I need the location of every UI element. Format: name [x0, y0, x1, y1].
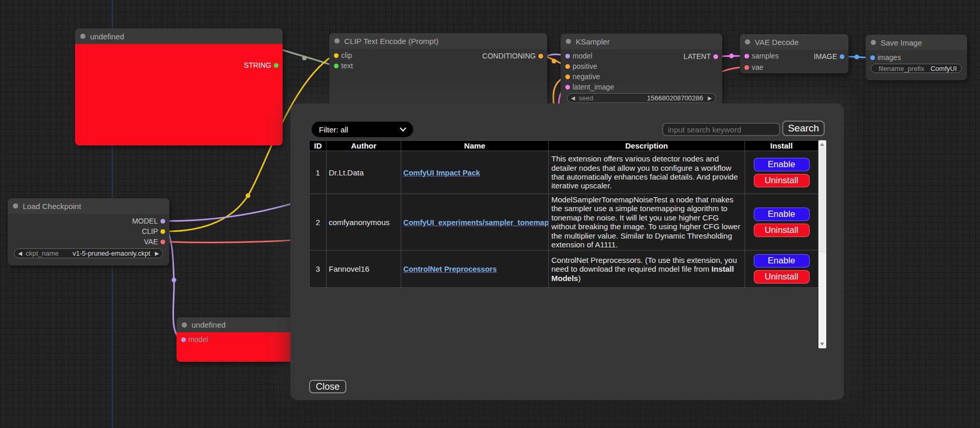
node-title-bar[interactable]: KSampler [561, 34, 722, 49]
node-ksampler[interactable]: KSampler model positive negative latent_… [561, 34, 722, 111]
wire-clip-dot[interactable] [246, 194, 251, 198]
output-label: CONDITIONING [482, 52, 536, 60]
output-port-string[interactable] [274, 63, 279, 68]
decrement-arrow-icon[interactable]: ◀ [571, 95, 575, 101]
header-description: Description [549, 141, 745, 151]
node-save-image[interactable]: Save Image images filename_prefix ComfyU… [866, 35, 967, 80]
widget-value[interactable]: v1-5-pruned-emaonly.ckpt [62, 249, 150, 257]
increment-arrow-icon[interactable]: ▶ [708, 95, 712, 101]
header-name: Name [401, 141, 549, 151]
cell-install: EnableUninstall [745, 250, 818, 288]
collapse-dot-icon[interactable] [745, 39, 750, 45]
scroll-up-arrow-icon[interactable] [820, 143, 824, 146]
search-button[interactable]: Search [782, 121, 825, 136]
output-port-clip[interactable] [160, 229, 165, 234]
node-title: undefined [90, 32, 124, 41]
description-text: ) [578, 274, 581, 283]
input-label: latent_image [573, 83, 614, 91]
cell-install: EnableUninstall [745, 194, 818, 250]
extensions-table-area: ID Author Name Description Install 1Dr.L… [309, 140, 826, 348]
input-port-vae[interactable] [744, 65, 749, 70]
output-label: STRING [244, 61, 271, 69]
widget-name: ckpt_name [26, 249, 59, 257]
wire-model-dot[interactable] [172, 278, 177, 283]
enable-button[interactable]: Enable [754, 158, 810, 171]
header-install: Install [745, 141, 818, 151]
search-input[interactable] [662, 123, 780, 136]
description-text: This extension offers various detector n… [551, 154, 738, 190]
input-port-model[interactable] [181, 337, 186, 342]
collapse-dot-icon[interactable] [566, 39, 571, 44]
filename-prefix-widget[interactable]: filename_prefix ComfyUI [871, 64, 962, 73]
description-text: ControlNet Preprocessors. (To use this e… [551, 256, 737, 273]
output-port-conditioning[interactable] [538, 54, 543, 58]
node-title: Save Image [881, 38, 922, 47]
extension-row: 2comfyanonymousComfyUI_experiments/sampl… [310, 194, 818, 250]
install-custom-nodes-dialog: Filter: all Search ID Author Name Descri… [290, 104, 844, 400]
output-label: CLIP [142, 227, 158, 235]
node-title-bar[interactable]: CLIP Text Encode (Prompt) [329, 33, 547, 49]
output-label: VAE [144, 238, 158, 246]
seed-widget[interactable]: ◀ seed 156680208700286 ▶ [567, 93, 716, 103]
decrement-arrow-icon[interactable]: ◀ [18, 250, 22, 256]
output-port-latent[interactable] [713, 54, 718, 59]
widget-value[interactable]: 156680208700286 [597, 94, 703, 102]
output-label: LATENT [683, 52, 711, 61]
filter-select[interactable]: Filter: all [312, 122, 413, 137]
collapse-dot-icon[interactable] [182, 322, 187, 328]
uninstall-button[interactable]: Uninstall [754, 270, 810, 284]
node-title-bar[interactable]: VAE Decode [740, 34, 849, 50]
widget-value[interactable]: ComfyUI [928, 65, 957, 72]
input-port-negative[interactable] [565, 75, 570, 79]
input-port-text[interactable] [334, 64, 339, 68]
collapse-dot-icon[interactable] [13, 203, 18, 209]
wire-latent-dot[interactable] [729, 54, 734, 58]
collapse-dot-icon[interactable] [80, 34, 85, 39]
enable-button[interactable]: Enable [754, 254, 810, 268]
enable-button[interactable]: Enable [754, 208, 810, 221]
scroll-down-arrow-icon[interactable] [820, 343, 824, 346]
node-title: KSampler [576, 37, 610, 46]
node-title-bar[interactable]: undefined [75, 28, 283, 44]
scrollbar-thumb[interactable] [819, 147, 826, 252]
node-load-checkpoint[interactable]: Load Checkpoint MODEL CLIP VAE ◀ ckpt_na… [8, 198, 169, 265]
node-error-body: STRING [75, 44, 283, 145]
input-label: model [188, 335, 208, 344]
input-port-positive[interactable] [565, 64, 570, 69]
node-vae-decode[interactable]: VAE Decode samples vae IMAGE [740, 34, 849, 73]
output-port-image[interactable] [840, 54, 844, 59]
node-title: VAE Decode [755, 38, 799, 47]
output-port-model[interactable] [160, 219, 165, 224]
table-scrollbar[interactable] [818, 140, 826, 348]
node-title-bar[interactable]: Load Checkpoint [8, 198, 169, 214]
ckpt-name-widget[interactable]: ◀ ckpt_name v1-5-pruned-emaonly.ckpt ▶ [14, 248, 163, 258]
input-port-images[interactable] [870, 55, 875, 60]
input-port-latent-image[interactable] [565, 85, 570, 90]
cell-name: ComfyUI Impact Pack [401, 151, 549, 194]
extension-link[interactable]: ControlNet Preprocessors [403, 265, 497, 273]
collapse-dot-icon[interactable] [871, 40, 876, 45]
uninstall-button[interactable]: Uninstall [754, 224, 810, 237]
extension-link[interactable]: ComfyUI_experiments/sampler_tonemap [403, 218, 549, 227]
wire-string-dot[interactable] [302, 56, 307, 61]
collapse-dot-icon[interactable] [334, 38, 340, 43]
increment-arrow-icon[interactable]: ▶ [155, 250, 159, 256]
close-button[interactable]: Close [309, 380, 346, 393]
cell-id: 2 [310, 194, 327, 250]
widget-name: filename_prefix [879, 65, 924, 72]
wire-conditioning-dot[interactable] [552, 59, 557, 64]
output-port-vae[interactable] [160, 240, 165, 244]
cell-id: 3 [310, 250, 327, 288]
widget-name: seed [579, 94, 593, 102]
wire-image-dot[interactable] [855, 55, 859, 60]
description-text: ModelSamplerTonemapNoiseTest a node that… [551, 195, 740, 249]
filter-select-wrap: Filter: all [312, 122, 413, 137]
cell-author: Dr.Lt.Data [327, 151, 401, 194]
node-title: Load Checkpoint [23, 202, 81, 211]
node-undefined-top[interactable]: undefined STRING [75, 28, 283, 145]
node-title-bar[interactable]: Save Image [866, 35, 967, 50]
extension-link[interactable]: ComfyUI Impact Pack [403, 169, 480, 177]
extension-row: 3Fannovel16ControlNet PreprocessorsContr… [310, 250, 818, 288]
uninstall-button[interactable]: Uninstall [754, 174, 810, 187]
node-title: CLIP Text Encode (Prompt) [344, 37, 438, 46]
